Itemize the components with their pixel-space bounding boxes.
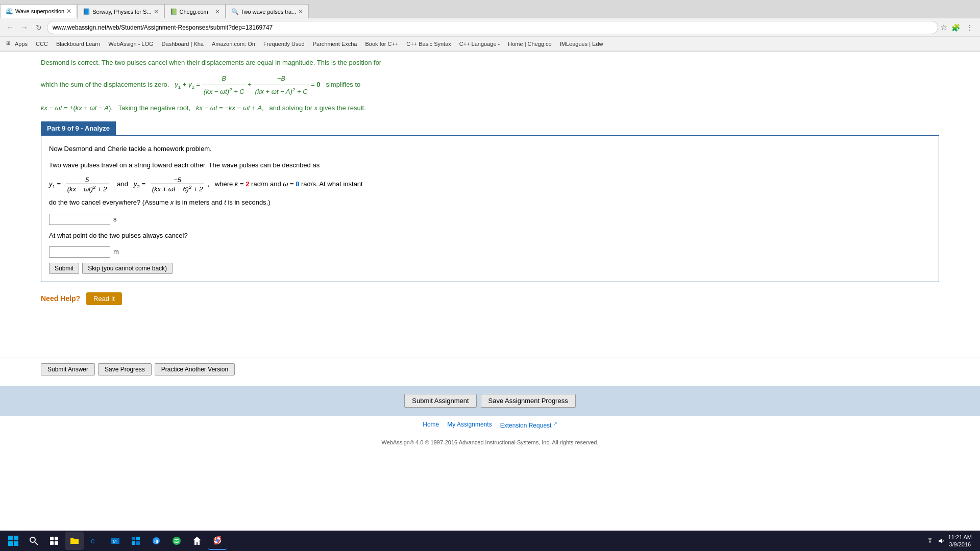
bookmark-blackboard[interactable]: Blackboard Learn <box>54 40 102 48</box>
tab-close-1[interactable]: ✕ <box>66 8 71 15</box>
answer1-unit: s <box>113 215 117 223</box>
answer1-row: s <box>49 214 931 225</box>
need-help-label: Need Help? <box>41 294 80 303</box>
solution-section: Desmond is correct. The two pulses cance… <box>41 57 939 114</box>
copyright-text: WebAssign® 4.0 © 1997-2016 Advanced Inst… <box>0 434 980 450</box>
problem-intro: Now Desmond and Cherie tackle a homework… <box>49 143 931 155</box>
bottom-btn-bar: Submit Answer Save Progress Practice Ano… <box>0 358 980 381</box>
bookmarks-bar: ⊞ Apps CCC Blackboard Learn WebAssign - … <box>0 37 980 51</box>
solution-line1: Desmond is correct. The two pulses cance… <box>41 57 939 68</box>
tab-favicon-2: 📘 <box>83 8 90 15</box>
answer2-row: m <box>49 246 931 258</box>
tab-title-4: Two wave pulses tra... <box>241 9 297 15</box>
bookmark-book-cpp[interactable]: Book for C++ <box>363 40 401 48</box>
practice-another-button[interactable]: Practice Another Version <box>155 363 235 375</box>
bookmark-amazon-label: Amazon.com: On <box>212 41 255 47</box>
submit-answer-button[interactable]: Submit Answer <box>41 363 95 375</box>
submit-part-button[interactable]: Submit <box>49 263 79 274</box>
solution-line3: kx − ωt = ±(kx + ωt − A). Taking the neg… <box>41 102 939 114</box>
answer2-unit: m <box>113 248 119 256</box>
action-buttons: Submit Skip (you cannot come back) <box>49 263 931 274</box>
footer-links: Home My Assignments Extension Request ↗ <box>0 416 980 434</box>
tab-close-2[interactable]: ✕ <box>154 8 159 15</box>
bookmark-apps-label: Apps <box>15 41 28 47</box>
browser-toolbar: ← → ↻ ☆ 🧩 ⋮ <box>0 18 980 37</box>
bookmark-amazon[interactable]: Amazon.com: On <box>210 40 257 48</box>
address-bar[interactable] <box>47 21 938 34</box>
tab-close-4[interactable]: ✕ <box>298 8 303 15</box>
bookmark-book-cpp-label: Book for C++ <box>365 41 399 47</box>
menu-button[interactable]: ⋮ <box>964 21 976 34</box>
answer1-input[interactable] <box>49 214 110 225</box>
tab-chegg[interactable]: 📗 Chegg.com ✕ <box>164 4 226 18</box>
bookmark-webassign[interactable]: WebAssign - LOG <box>106 40 155 48</box>
formula-block: y1 = 5 (kx − ωt)2 + 2 and y2 = −5 (kx + … <box>49 176 931 193</box>
solution-line2: which the sum of the displacements is ze… <box>41 72 939 97</box>
bookmark-cpp-syntax-label: C++ Basic Syntax <box>406 41 451 47</box>
skip-button[interactable]: Skip (you cannot come back) <box>82 263 173 274</box>
home-link[interactable]: Home <box>423 421 439 429</box>
bookmark-imleagues-label: IMLeagues | Edw <box>560 41 603 47</box>
save-assignment-progress-button[interactable]: Save Assignment Progress <box>481 394 576 408</box>
footer-bar: Submit Assignment Save Assignment Progre… <box>0 386 980 416</box>
bookmark-star-icon[interactable]: ☆ <box>940 22 947 32</box>
bookmark-blackboard-label: Blackboard Learn <box>56 41 100 47</box>
bookmark-cpp-syntax[interactable]: C++ Basic Syntax <box>404 40 453 48</box>
problem-desc: Two wave pulses travel on a string towar… <box>49 160 931 171</box>
question1-text: do the two cancel everywhere? (Assume x … <box>49 197 931 208</box>
forward-button[interactable]: → <box>18 21 31 34</box>
tab-close-3[interactable]: ✕ <box>215 8 220 15</box>
bookmark-apps[interactable]: ⊞ Apps <box>4 39 30 48</box>
question2-text: At what point do the two pulses always c… <box>49 230 931 241</box>
bookmark-frequently-used[interactable]: Frequently Used <box>261 40 307 48</box>
bookmark-webassign-label: WebAssign - LOG <box>108 41 153 47</box>
bookmark-ccc[interactable]: CCC <box>34 40 50 48</box>
bookmark-parchment[interactable]: Parchment Excha <box>311 40 359 48</box>
bookmark-ccc-label: CCC <box>36 41 48 47</box>
tab-serway[interactable]: 📘 Serway, Physics for S... ✕ <box>77 4 164 18</box>
apps-icon: ⊞ <box>6 40 13 47</box>
bookmark-dashboard-label: Dashboard | Kha <box>162 41 204 47</box>
submit-assignment-button[interactable]: Submit Assignment <box>404 394 476 408</box>
part-container: Now Desmond and Cherie tackle a homework… <box>41 135 939 282</box>
bookmark-cpp-language[interactable]: C++ Language - <box>457 40 502 48</box>
save-progress-button[interactable]: Save Progress <box>98 363 152 375</box>
bookmark-dashboard[interactable]: Dashboard | Kha <box>160 40 206 48</box>
extensions-button[interactable]: 🧩 <box>949 21 962 34</box>
bookmark-chegg-home[interactable]: Home | Chegg.co <box>506 40 553 48</box>
bookmark-chegg-home-label: Home | Chegg.co <box>508 41 551 47</box>
tab-title-1: Wave superposition <box>15 8 64 14</box>
bookmark-imleagues[interactable]: IMLeagues | Edw <box>558 40 605 48</box>
need-help-section: Need Help? Read It <box>41 292 939 305</box>
tab-title-2: Serway, Physics for S... <box>92 9 151 15</box>
answer2-input[interactable] <box>49 246 110 258</box>
extension-request-link[interactable]: Extension Request ↗ <box>500 421 557 429</box>
bookmark-frequently-label: Frequently Used <box>263 41 305 47</box>
browser-chrome: 🌊 Wave superposition ✕ 📘 Serway, Physics… <box>0 0 980 52</box>
part-9-section: Part 9 of 9 - Analyze Now Desmond and Ch… <box>41 121 939 282</box>
tab-two-wave[interactable]: 🔍 Two wave pulses tra... ✕ <box>226 4 309 18</box>
read-it-button[interactable]: Read It <box>86 292 122 305</box>
bookmark-cpp-language-label: C++ Language - <box>459 41 500 47</box>
reload-button[interactable]: ↻ <box>33 21 45 34</box>
my-assignments-link[interactable]: My Assignments <box>447 421 492 429</box>
tab-wave-superposition[interactable]: 🌊 Wave superposition ✕ <box>0 4 77 18</box>
part-header: Part 9 of 9 - Analyze <box>41 121 116 135</box>
back-button[interactable]: ← <box>4 21 16 34</box>
tab-favicon-1: 🌊 <box>6 8 13 15</box>
tab-favicon-4: 🔍 <box>231 8 238 15</box>
tab-title-3: Chegg.com <box>180 9 213 15</box>
tab-bar: 🌊 Wave superposition ✕ 📘 Serway, Physics… <box>0 0 980 18</box>
page-content: Desmond is correct. The two pulses cance… <box>0 52 980 358</box>
tab-favicon-3: 📗 <box>170 8 177 15</box>
bookmark-parchment-label: Parchment Excha <box>313 41 357 47</box>
